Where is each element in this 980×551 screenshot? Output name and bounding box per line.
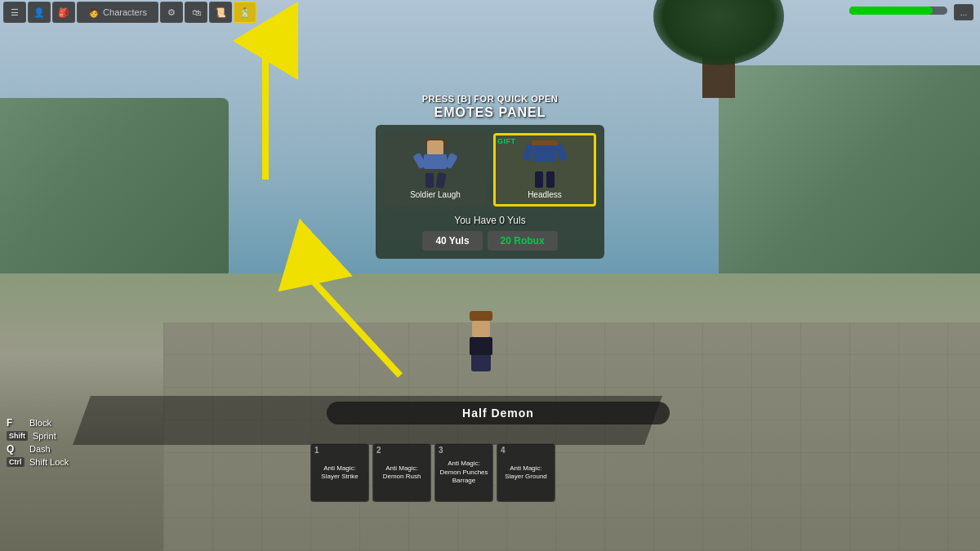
- headless-label: Headless: [528, 190, 562, 199]
- key-q: Q: [7, 443, 24, 455]
- skill-2-number: 2: [376, 446, 381, 455]
- toolbar-settings-btn[interactable]: ⚙: [160, 2, 183, 23]
- keybinds-panel: F Block Shift Sprint Q Dash Ctrl Shift L…: [7, 417, 69, 469]
- soldier-head: [427, 140, 443, 155]
- arrow-diagonal-indicator: [286, 253, 416, 387]
- emote-icon: 🕺: [239, 7, 251, 18]
- skill-1-number: 1: [314, 446, 319, 455]
- emotes-title: EMOTES PANEL: [376, 105, 604, 120]
- skill-btn-2[interactable]: 2 Anti Magic: Demon Rush: [372, 443, 431, 502]
- more-icon: ...: [960, 8, 967, 17]
- player-head: [472, 321, 490, 337]
- player-hair: [470, 311, 492, 321]
- toolbar-scroll-btn[interactable]: 📜: [209, 2, 232, 23]
- arrow-up-indicator: [241, 24, 290, 191]
- emote-soldier-laugh[interactable]: Soldier Laugh: [384, 133, 487, 207]
- headless-torso: [533, 145, 556, 162]
- key-shift: Shift: [7, 431, 28, 441]
- platform-right: [719, 65, 980, 294]
- backpack-icon: 🎒: [58, 7, 69, 18]
- skill-4-number: 4: [501, 446, 506, 455]
- menu-icon: ☰: [11, 7, 19, 18]
- action-block: Block: [29, 418, 51, 428]
- keybind-shift-lock: Ctrl Shift Lock: [7, 457, 69, 467]
- health-bar-container: [849, 7, 947, 15]
- keybind-dash: Q Dash: [7, 443, 69, 455]
- class-name-label: Half Demon: [462, 407, 534, 420]
- skill-1-label: Anti Magic: Slayer Strike: [311, 464, 368, 482]
- keybind-sprint: Shift Sprint: [7, 431, 69, 441]
- emotes-grid: Soldier Laugh GIFT Headless: [384, 133, 596, 207]
- skill-btn-1[interactable]: 1 Anti Magic: Slayer Strike: [310, 443, 369, 502]
- emote-headless[interactable]: GIFT Headless: [493, 133, 596, 207]
- buy-buttons: 40 Yuls 20 Robux: [384, 231, 596, 251]
- emotes-hint: PRESS [B] FOR QUICK OPEN: [376, 94, 604, 104]
- toolbar-shop-btn[interactable]: 🛍: [185, 2, 207, 23]
- characters-label: Characters: [103, 7, 147, 17]
- emotes-panel: PRESS [B] FOR QUICK OPEN EMOTES PANEL: [376, 94, 604, 259]
- emotes-grid-container: Soldier Laugh GIFT Headless: [376, 125, 604, 259]
- action-sprint: Sprint: [33, 431, 56, 441]
- action-shift-lock: Shift Lock: [29, 457, 69, 467]
- buy-robux-btn[interactable]: 20 Robux: [488, 231, 558, 251]
- diagonal-arrow-svg: [286, 253, 416, 384]
- skill-btn-4[interactable]: 4 Anti Magic: Slayer Ground: [497, 443, 555, 502]
- soldier-body: [414, 140, 457, 188]
- toolbar-menu-btn[interactable]: ☰: [3, 2, 26, 23]
- skill-3-label: Anti Magic: Demon Punches Barrage: [435, 460, 492, 485]
- key-ctrl: Ctrl: [7, 457, 24, 467]
- scroll-icon: 📜: [215, 7, 226, 18]
- settings-icon: ⚙: [167, 7, 176, 18]
- toolbar-backpack-btn[interactable]: 🎒: [52, 2, 75, 23]
- headless-body: [523, 140, 566, 188]
- skill-3-number: 3: [439, 446, 443, 455]
- gift-badge: GIFT: [497, 137, 516, 145]
- skill-2-label: Anti Magic: Demon Rush: [373, 464, 430, 482]
- headless-figure: [523, 140, 566, 188]
- headless-leg-right: [546, 171, 555, 188]
- toolbar-profile-btn[interactable]: 👤: [28, 2, 51, 23]
- toolbar: ☰ 👤 🎒 🧑 Characters ⚙ 🛍 📜 🕺: [0, 0, 980, 24]
- soldier-torso: [424, 154, 447, 169]
- more-options-btn[interactable]: ...: [954, 4, 973, 20]
- headless-leg-left: [535, 171, 543, 188]
- toolbar-characters-btn[interactable]: 🧑 Characters: [77, 2, 158, 23]
- skill-btn-3[interactable]: 3 Anti Magic: Demon Punches Barrage: [434, 443, 493, 502]
- skill-4-label: Anti Magic: Slayer Ground: [497, 464, 555, 482]
- keybind-block: F Block: [7, 417, 69, 429]
- yuls-count-text: You Have 0 Yuls: [384, 215, 596, 226]
- headless-arm-right: [555, 144, 568, 162]
- toolbar-emote-btn[interactable]: 🕺: [234, 2, 256, 23]
- class-bar: Half Demon: [327, 402, 670, 424]
- platform-left: [0, 98, 229, 278]
- soldier-leg-right: [436, 172, 447, 188]
- player-body: [470, 337, 492, 355]
- soldier-leg-left: [425, 173, 434, 188]
- action-dash: Dash: [29, 444, 51, 454]
- skill-hotbar: 1 Anti Magic: Slayer Strike 2 Anti Magic…: [310, 443, 555, 502]
- svg-line-3: [302, 269, 400, 375]
- key-f: F: [7, 417, 24, 429]
- emotes-footer: You Have 0 Yuls 40 Yuls 20 Robux: [384, 215, 596, 251]
- buy-yuls-btn[interactable]: 40 Yuls: [422, 231, 482, 251]
- characters-icon: 🧑: [88, 7, 100, 18]
- up-arrow-svg: [241, 24, 290, 188]
- health-bar-fill: [849, 7, 933, 15]
- profile-icon: 👤: [33, 7, 45, 18]
- shop-icon: 🛍: [192, 7, 201, 17]
- soldier-laugh-figure: [414, 140, 457, 188]
- soldier-laugh-label: Soldier Laugh: [410, 190, 461, 199]
- player-legs: [471, 355, 491, 371]
- player-character: [470, 311, 492, 371]
